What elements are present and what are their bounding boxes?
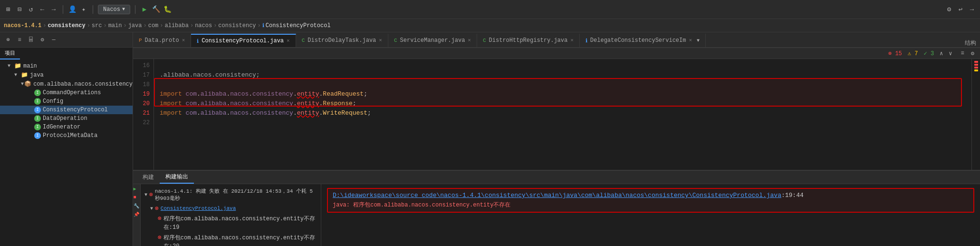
tab-label: ConsistencyProtocol.java xyxy=(202,38,284,44)
tree-item-commandoperations[interactable]: I CommandOperations xyxy=(0,89,133,97)
editor-lower: ⊗ 15 ⚠ 7 ✓ 3 ∧ ∨ ≡ ⚙ 16 17 18 19 20 21 2… xyxy=(133,48,980,246)
class-icon-green: I xyxy=(34,115,41,122)
bottom-icon-run[interactable]: ▶ xyxy=(134,186,140,193)
tree-item-consistencyprotocol[interactable]: I ConsistencyProtocol xyxy=(0,106,133,114)
tab-close-icon[interactable]: × xyxy=(689,38,692,43)
file-error-icon: ⊗ xyxy=(155,205,159,212)
tab-close-icon[interactable]: × xyxy=(287,38,290,44)
tab-distrohttpregistry[interactable]: C DistroHttpRegistry.java × xyxy=(477,34,580,47)
file-path-link[interactable]: D:\ideaworkspace\source_code\nacos-1.4.1… xyxy=(333,192,781,199)
tab-close-icon[interactable]: × xyxy=(468,38,471,43)
expand-arrow-icon: ▼ xyxy=(150,206,153,211)
user-icon[interactable]: 👤 xyxy=(68,5,77,14)
java-icon: ℹ xyxy=(197,38,199,44)
tree-item-main[interactable]: ▼ 📁 main xyxy=(0,61,133,70)
tab-distro-delay[interactable]: C DistroDelayTask.java × xyxy=(296,34,388,47)
error-icon: ⊗ xyxy=(158,234,162,242)
star-icon[interactable]: ✦ xyxy=(79,5,88,14)
bottom-icon-wrench[interactable]: 🔧 xyxy=(134,203,140,210)
breadcrumb-consistency[interactable]: consistency xyxy=(48,22,85,29)
tree-label: Config xyxy=(43,98,63,105)
sidebar-tab-project[interactable]: 项目 xyxy=(0,48,20,59)
nav-down-icon[interactable]: ∨ xyxy=(949,50,952,57)
code-line-18 xyxy=(160,80,966,89)
tree-label-java: java xyxy=(30,72,44,79)
build-error-item-1[interactable]: ⊗ 程序包com.alibaba.nacos.consistency.entit… xyxy=(141,214,321,233)
ok-count: ✓ 3 xyxy=(923,50,934,57)
bottom-tab-build[interactable]: 构建 xyxy=(137,171,160,183)
sidebar-gear-icon[interactable]: ⚙ xyxy=(38,36,47,44)
editor-area: P Data.proto × ℹ ConsistencyProtocol.jav… xyxy=(133,32,980,246)
sidebar-align-icon[interactable]: ≡ xyxy=(15,36,24,44)
tab-delegate[interactable]: ℹ DelegateConsistencyServiceIm × ▼ xyxy=(580,34,706,47)
settings-icon[interactable]: ⚙ xyxy=(971,50,974,57)
code-content[interactable]: .alibaba.nacos.consistency; import com.a… xyxy=(154,59,971,170)
code-line-16 xyxy=(160,61,966,70)
build-icon[interactable]: 🔨 xyxy=(152,5,160,14)
bottom-icon-pin[interactable]: 📌 xyxy=(134,212,140,218)
back-icon[interactable]: ← xyxy=(38,5,47,14)
tab-servicemanager[interactable]: C ServiceManager.java × xyxy=(388,34,477,47)
gutter-warn-1 xyxy=(974,69,978,71)
sidebar-split-icon[interactable]: ⌸ xyxy=(27,36,35,44)
breadcrumb-src[interactable]: src xyxy=(92,22,102,29)
breadcrumb-com[interactable]: com xyxy=(148,22,159,29)
debug-icon[interactable]: 🐛 xyxy=(163,5,172,14)
tree-item-package[interactable]: ▼ 📦 com.alibaba.nacos.consistency xyxy=(0,79,133,89)
gutter-error-3 xyxy=(974,67,978,69)
menu-icon[interactable]: ⊞ xyxy=(4,5,12,14)
run-icon[interactable]: ▶ xyxy=(140,5,149,14)
tab-data-proto[interactable]: P Data.proto × xyxy=(133,34,191,47)
breadcrumb-consistency2[interactable]: consistency xyxy=(218,22,256,29)
tab-close-icon[interactable]: × xyxy=(379,38,382,43)
undo-icon[interactable]: ↩ xyxy=(956,5,965,14)
build-main-item[interactable]: ▼ ⊗ nacos-1.4.1: 构建 失败 在 2021/12/18 14:5… xyxy=(141,186,321,203)
settings-icon[interactable]: ⚙ xyxy=(945,5,953,14)
build-error-item-2[interactable]: ⊗ 程序包com.alibaba.nacos.consistency.entit… xyxy=(141,233,321,246)
sep-1 xyxy=(63,5,63,14)
nav-up-icon[interactable]: ∧ xyxy=(940,50,943,57)
line-num-19: 19 xyxy=(137,89,150,99)
tree-item-config[interactable]: I Config xyxy=(0,97,133,106)
tree-label-package: com.alibaba.nacos.consistency xyxy=(33,81,133,88)
close-tab-icon[interactable]: ⊟ xyxy=(15,5,24,14)
breadcrumb-class[interactable]: ConsistencyProtocol xyxy=(266,22,331,29)
error-count: ⊗ 15 xyxy=(888,50,902,57)
java-icon: ℹ xyxy=(586,38,587,44)
sidebar-minus-icon[interactable]: — xyxy=(49,36,58,44)
editor-toolbar-right: 结构 xyxy=(965,39,980,47)
filter-icon[interactable]: ≡ xyxy=(961,50,964,57)
tab-consistencyprotocol[interactable]: ℹ ConsistencyProtocol.java × xyxy=(191,34,296,47)
tab-label: DistroDelayTask.java xyxy=(307,37,376,44)
line-num-18: 18 xyxy=(137,80,150,89)
arrow-icon: ▼ xyxy=(14,72,21,78)
tab-close-icon[interactable]: × xyxy=(570,38,574,43)
breadcrumb-java[interactable]: java xyxy=(128,22,142,29)
breadcrumb-nacos[interactable]: nacos xyxy=(195,22,212,29)
code-editor[interactable]: 16 17 18 19 20 21 22 .alibaba.nacos.cons… xyxy=(133,59,980,170)
tab-bar: P Data.proto × ℹ ConsistencyProtocol.jav… xyxy=(133,32,980,48)
build-sub-item-file[interactable]: ▼ ⊗ ConsistencyProtocol.java xyxy=(141,203,321,214)
redo-icon[interactable]: → xyxy=(968,5,976,14)
refresh-icon[interactable]: ↺ xyxy=(27,5,35,14)
arrow-icon: ▼ xyxy=(8,63,14,69)
tree-item-idgenerator[interactable]: I IdGenerator xyxy=(0,123,133,131)
bottom-tab-output[interactable]: 构建输出 xyxy=(160,171,194,184)
tree-item-dataoperation[interactable]: I DataOperation xyxy=(0,114,133,123)
sidebar-toolbar-icon[interactable]: ⊕ xyxy=(4,36,12,44)
line-num-17: 17 xyxy=(137,70,150,80)
nacos-selector[interactable]: Nacos ▼ xyxy=(98,5,130,14)
more-tabs-icon[interactable]: ▼ xyxy=(697,38,700,43)
breadcrumb-main[interactable]: main xyxy=(108,22,122,29)
breadcrumb: nacos-1.4.1 › consistency › src › main ›… xyxy=(0,19,980,32)
tree-item-java[interactable]: ▼ 📁 java xyxy=(0,70,133,79)
nacos-label: Nacos xyxy=(103,6,120,13)
bottom-icon-stop[interactable]: ■ xyxy=(134,195,140,201)
forward-icon[interactable]: → xyxy=(49,5,58,14)
tree-item-protocolmetadata[interactable]: I ProtocolMetaData xyxy=(0,131,133,140)
tab-close-icon[interactable]: × xyxy=(182,38,185,43)
breadcrumb-project[interactable]: nacos-1.4.1 xyxy=(4,22,41,29)
code-line-19: import com.alibaba.nacos.consistency.ent… xyxy=(160,89,966,99)
breadcrumb-alibaba[interactable]: alibaba xyxy=(165,22,189,29)
build-detail-path[interactable]: D:\ideaworkspace\source_code\nacos-1.4.1… xyxy=(333,192,969,199)
